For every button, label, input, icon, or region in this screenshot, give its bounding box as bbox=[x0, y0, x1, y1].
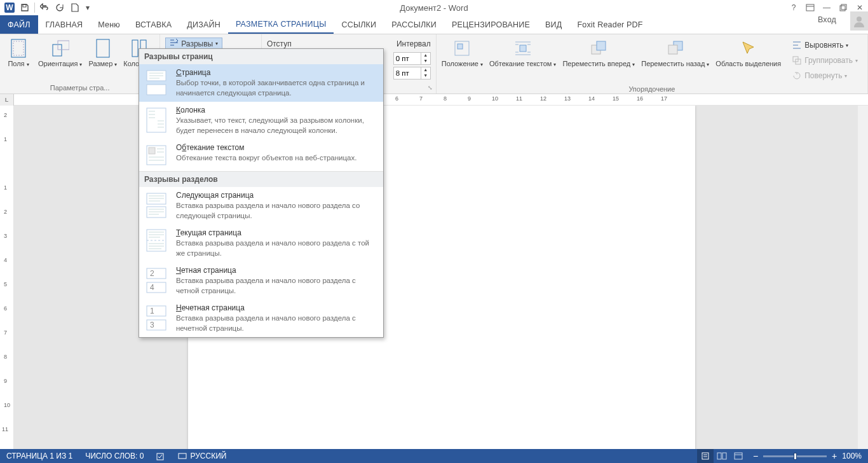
tab-foxit[interactable]: Foxit Reader PDF bbox=[569, 15, 650, 34]
item-title: Четная страница bbox=[176, 266, 378, 275]
orientation-button[interactable]: Ориентация bbox=[37, 37, 83, 69]
svg-rect-8 bbox=[13, 41, 24, 55]
group-objects-button[interactable]: Группировать▾ bbox=[790, 53, 860, 67]
tab-references[interactable]: ССЫЛКИ bbox=[334, 15, 384, 34]
spinner-down-icon[interactable]: ▼ bbox=[421, 73, 430, 79]
item-desc: Вставка разрыва раздела и начало нового … bbox=[176, 314, 378, 333]
tab-menu[interactable]: Меню bbox=[90, 15, 128, 34]
save-icon[interactable] bbox=[18, 1, 32, 15]
undo-icon[interactable] bbox=[37, 1, 51, 15]
view-read-mode-icon[interactable] bbox=[714, 449, 730, 463]
item-title: Следующая страница bbox=[176, 191, 378, 200]
svg-text:2: 2 bbox=[150, 269, 154, 278]
svg-rect-4 bbox=[840, 6, 845, 11]
indent-label: Отступ bbox=[267, 39, 292, 48]
margins-button[interactable]: Поля bbox=[4, 37, 33, 69]
vertical-ruler[interactable]: 2 1 1 2 3 4 5 6 7 8 9 10 11 bbox=[0, 106, 14, 449]
status-proofing[interactable] bbox=[150, 449, 172, 463]
zoom-level[interactable]: 100% bbox=[842, 452, 862, 460]
spacing-after-input[interactable]: ▲▼ bbox=[393, 67, 431, 79]
item-title: Колонка bbox=[176, 106, 378, 114]
size-button[interactable]: Размер bbox=[87, 37, 118, 69]
zoom-out-button[interactable]: − bbox=[753, 451, 758, 461]
svg-rect-40 bbox=[179, 453, 186, 459]
column-break-icon bbox=[144, 106, 168, 135]
svg-text:W: W bbox=[6, 3, 13, 12]
break-page-item[interactable]: ССтраницатраницаВыбор точки, в которой з… bbox=[139, 64, 383, 102]
zoom-control: − + 100% bbox=[747, 451, 868, 461]
maximize-icon[interactable] bbox=[835, 0, 851, 15]
selection-pane-button[interactable]: Область выделения bbox=[714, 37, 782, 69]
dialog-launcher-icon[interactable]: ⤡ bbox=[426, 83, 435, 92]
svg-rect-41 bbox=[702, 453, 709, 459]
tab-file[interactable]: ФАЙЛ bbox=[0, 15, 38, 34]
item-title: Обтекание текстом bbox=[176, 143, 378, 152]
view-web-layout-icon[interactable] bbox=[730, 449, 747, 463]
section-continuous-item[interactable]: Текущая страницаВставка разрыва раздела … bbox=[139, 225, 383, 262]
break-column-item[interactable]: КолонкаУказывает, что текст, следующий з… bbox=[139, 102, 383, 139]
section-next-page-item[interactable]: Следующая страницаВставка разрыва раздел… bbox=[139, 187, 383, 225]
login-button[interactable]: Вход bbox=[810, 15, 844, 24]
horizontal-ruler[interactable]: L 6 7 8 9 10 11 12 13 14 15 16 17 bbox=[0, 94, 868, 106]
tab-view[interactable]: ВИД bbox=[538, 15, 569, 34]
tab-review[interactable]: РЕЦЕНЗИРОВАНИЕ bbox=[444, 15, 538, 34]
status-language[interactable]: РУССКИЙ bbox=[172, 449, 233, 463]
svg-rect-10 bbox=[58, 41, 69, 50]
view-print-layout-icon[interactable] bbox=[697, 449, 714, 463]
ruler-corner: L bbox=[0, 94, 14, 106]
text-wrap-break-icon bbox=[144, 143, 168, 167]
zoom-in-button[interactable]: + bbox=[832, 451, 837, 461]
section-odd-page-item[interactable]: 13 Нечетная страницаВставка разрыва разд… bbox=[139, 300, 383, 337]
svg-text:4: 4 bbox=[150, 283, 154, 292]
svg-rect-24 bbox=[147, 85, 166, 95]
section-next-page-icon bbox=[144, 191, 168, 220]
quick-access-toolbar: W ▾ bbox=[0, 1, 92, 15]
bring-forward-button[interactable]: Переместить вперед bbox=[561, 37, 636, 69]
item-desc: Вставка разрыва раздела и начало нового … bbox=[176, 201, 378, 221]
svg-rect-5 bbox=[841, 4, 846, 10]
spinner-down-icon[interactable]: ▼ bbox=[421, 59, 430, 64]
breaks-icon bbox=[170, 38, 179, 49]
wrap-text-button[interactable]: Обтекание текстом bbox=[488, 37, 558, 69]
svg-text:1: 1 bbox=[150, 307, 154, 315]
workspace: 2 1 1 2 3 4 5 6 7 8 9 10 11 bbox=[0, 106, 868, 449]
app-icon[interactable]: W bbox=[3, 1, 17, 15]
group-arrange: Положение Обтекание текстом Переместить … bbox=[437, 34, 868, 93]
align-button[interactable]: Выровнять▾ bbox=[790, 38, 860, 52]
spacing-before-input[interactable]: ▲▼ bbox=[393, 52, 431, 65]
item-desc: Вставка разрыва раздела и начало нового … bbox=[176, 276, 378, 296]
zoom-slider[interactable] bbox=[763, 455, 827, 457]
new-icon[interactable] bbox=[68, 1, 82, 15]
vertical-scrollbar[interactable] bbox=[858, 106, 868, 449]
ribbon-display-icon[interactable] bbox=[802, 0, 818, 15]
account-avatar-icon[interactable] bbox=[850, 11, 868, 31]
section-even-page-item[interactable]: 24 Четная страницаВставка разрыва раздел… bbox=[139, 262, 383, 300]
help-icon[interactable]: ? bbox=[785, 0, 802, 15]
minimize-icon[interactable]: — bbox=[818, 0, 835, 15]
position-button[interactable]: Положение bbox=[440, 37, 484, 69]
language-icon bbox=[178, 451, 187, 462]
tab-design[interactable]: ДИЗАЙН bbox=[179, 15, 228, 34]
spinner-up-icon[interactable]: ▲ bbox=[421, 53, 430, 59]
group-icon bbox=[792, 55, 802, 66]
tab-mailings[interactable]: РАССЫЛКИ bbox=[384, 15, 444, 34]
section-odd-page-icon: 13 bbox=[144, 303, 168, 333]
item-desc: Обтекание текста вокруг объектов на веб-… bbox=[176, 153, 378, 163]
break-text-wrap-item[interactable]: Обтекание текстомОбтекание текста вокруг… bbox=[139, 139, 383, 171]
qat-more-icon[interactable]: ▾ bbox=[83, 1, 92, 15]
tab-insert[interactable]: ВСТАВКА bbox=[128, 15, 179, 34]
send-backward-button[interactable]: Переместить назад bbox=[640, 37, 710, 69]
tab-home[interactable]: ГЛАВНАЯ bbox=[38, 15, 91, 34]
status-page[interactable]: СТРАНИЦА 1 ИЗ 1 bbox=[0, 449, 79, 463]
item-title: ССтраницатраница bbox=[176, 68, 378, 77]
align-icon bbox=[792, 40, 802, 50]
dropdown-section-header: Разрывы страниц bbox=[139, 49, 383, 64]
zoom-thumb[interactable] bbox=[794, 453, 797, 460]
svg-rect-44 bbox=[735, 453, 742, 459]
status-word-count[interactable]: ЧИСЛО СЛОВ: 0 bbox=[79, 449, 150, 463]
repeat-icon[interactable] bbox=[53, 1, 67, 15]
rotate-button[interactable]: Повернуть▾ bbox=[790, 69, 860, 83]
spinner-up-icon[interactable]: ▲ bbox=[421, 67, 430, 73]
tab-page-layout[interactable]: РАЗМЕТКА СТРАНИЦЫ bbox=[228, 15, 334, 34]
svg-rect-27 bbox=[149, 148, 155, 154]
